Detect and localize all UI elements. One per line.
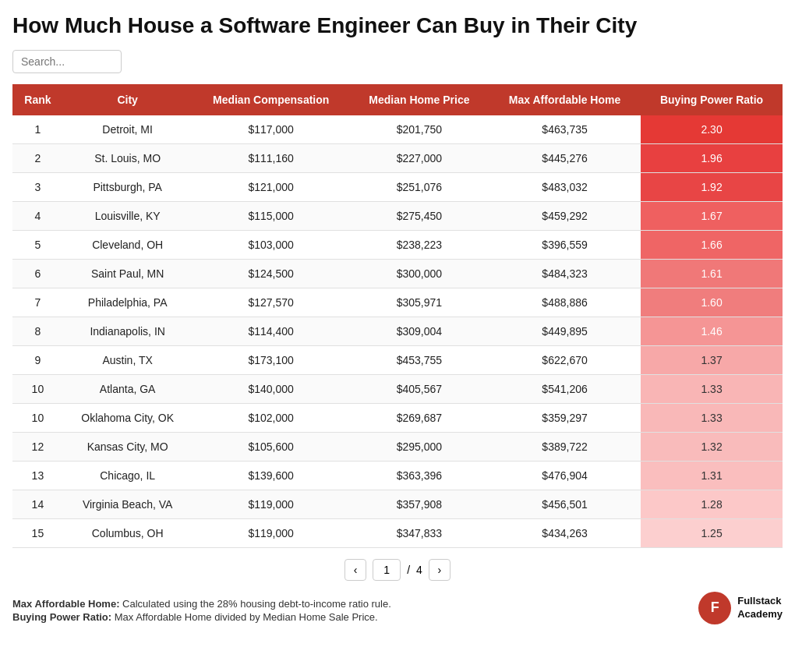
home-cell: $275,450: [350, 201, 489, 230]
comp-cell: $140,000: [193, 374, 350, 403]
pagination: ‹ / 4 ›: [12, 559, 783, 581]
city-cell: Cleveland, OH: [63, 230, 193, 259]
table-row: 10Oklahoma City, OK$102,000$269,687$359,…: [12, 403, 783, 432]
footer-text: Max Affordable Home: Calculated using th…: [12, 598, 391, 624]
comp-cell: $105,600: [193, 432, 350, 461]
comp-cell: $111,160: [193, 143, 350, 172]
table-row: 9Austin, TX$173,100$453,755$622,6701.37: [12, 345, 783, 374]
home-cell: $227,000: [350, 143, 489, 172]
home-cell: $238,223: [350, 230, 489, 259]
rank-cell: 12: [12, 432, 63, 461]
rank-cell: 3: [12, 172, 63, 201]
city-cell: Atlanta, GA: [63, 374, 193, 403]
home-cell: $405,567: [350, 374, 489, 403]
col-home: Median Home Price: [350, 84, 489, 115]
table-header: Rank City Median Compensation Median Hom…: [12, 84, 783, 115]
ratio-cell: 1.66: [641, 230, 783, 259]
city-cell: Virginia Beach, VA: [63, 490, 193, 518]
page-number-input[interactable]: [373, 559, 401, 581]
ratio-cell: 1.67: [641, 201, 783, 230]
max-cell: $396,559: [489, 230, 641, 259]
city-cell: Chicago, IL: [63, 461, 193, 490]
footer-note2: Buying Power Ratio: Max Affordable Home …: [12, 611, 391, 623]
comp-cell: $127,570: [193, 288, 350, 317]
home-cell: $347,833: [350, 518, 489, 547]
rank-cell: 15: [12, 518, 63, 547]
table-row: 6Saint Paul, MN$124,500$300,000$484,3231…: [12, 259, 783, 288]
comp-cell: $114,400: [193, 317, 350, 345]
ratio-cell: 1.61: [641, 259, 783, 288]
max-cell: $488,886: [489, 288, 641, 317]
table-row: 13Chicago, IL$139,600$363,396$476,9041.3…: [12, 461, 783, 490]
max-cell: $434,263: [489, 518, 641, 547]
table-row: 3Pittsburgh, PA$121,000$251,076$483,0321…: [12, 172, 783, 201]
page-title: How Much House a Software Engineer Can B…: [12, 12, 783, 39]
comp-cell: $139,600: [193, 461, 350, 490]
table-row: 1Detroit, MI$117,000$201,750$463,7352.30: [12, 115, 783, 144]
search-input[interactable]: [12, 50, 122, 73]
ratio-cell: 1.25: [641, 518, 783, 547]
home-cell: $251,076: [350, 172, 489, 201]
footer: Max Affordable Home: Calculated using th…: [12, 592, 783, 624]
home-cell: $309,004: [350, 317, 489, 345]
comp-cell: $121,000: [193, 172, 350, 201]
home-cell: $300,000: [350, 259, 489, 288]
footer-note1: Max Affordable Home: Calculated using th…: [12, 598, 391, 610]
rank-cell: 8: [12, 317, 63, 345]
city-cell: St. Louis, MO: [63, 143, 193, 172]
comp-cell: $119,000: [193, 518, 350, 547]
home-cell: $357,908: [350, 490, 489, 518]
rank-cell: 10: [12, 374, 63, 403]
ratio-cell: 1.92: [641, 172, 783, 201]
rank-cell: 7: [12, 288, 63, 317]
logo-text: Fullstack Academy: [737, 595, 783, 621]
city-cell: Columbus, OH: [63, 518, 193, 547]
logo-line1: Fullstack: [737, 595, 783, 608]
max-cell: $476,904: [489, 461, 641, 490]
prev-page-button[interactable]: ‹: [344, 559, 366, 581]
table-row: 8Indianapolis, IN$114,400$309,004$449,89…: [12, 317, 783, 345]
max-cell: $622,670: [489, 345, 641, 374]
comp-cell: $173,100: [193, 345, 350, 374]
rank-cell: 4: [12, 201, 63, 230]
rank-cell: 2: [12, 143, 63, 172]
table-row: 15Columbus, OH$119,000$347,833$434,2631.…: [12, 518, 783, 547]
comp-cell: $117,000: [193, 115, 350, 144]
table-row: 2St. Louis, MO$111,160$227,000$445,2761.…: [12, 143, 783, 172]
city-cell: Detroit, MI: [63, 115, 193, 144]
ratio-cell: 1.96: [641, 143, 783, 172]
max-cell: $483,032: [489, 172, 641, 201]
city-cell: Pittsburgh, PA: [63, 172, 193, 201]
next-page-button[interactable]: ›: [429, 559, 450, 581]
logo-line2: Academy: [737, 608, 783, 621]
table-row: 4Louisville, KY$115,000$275,450$459,2921…: [12, 201, 783, 230]
col-ratio: Buying Power Ratio: [641, 84, 783, 115]
logo-area: F Fullstack Academy: [698, 592, 783, 624]
rank-cell: 1: [12, 115, 63, 144]
ratio-cell: 1.33: [641, 403, 783, 432]
data-table: Rank City Median Compensation Median Hom…: [12, 84, 783, 548]
ratio-cell: 1.28: [641, 490, 783, 518]
comp-cell: $103,000: [193, 230, 350, 259]
max-cell: $456,501: [489, 490, 641, 518]
ratio-cell: 1.60: [641, 288, 783, 317]
rank-cell: 6: [12, 259, 63, 288]
max-cell: $463,735: [489, 115, 641, 144]
comp-cell: $119,000: [193, 490, 350, 518]
page-separator: /: [407, 564, 410, 576]
home-cell: $305,971: [350, 288, 489, 317]
city-cell: Austin, TX: [63, 345, 193, 374]
comp-cell: $124,500: [193, 259, 350, 288]
ratio-cell: 1.46: [641, 317, 783, 345]
col-city: City: [63, 84, 193, 115]
table-row: 12Kansas City, MO$105,600$295,000$389,72…: [12, 432, 783, 461]
col-rank: Rank: [12, 84, 63, 115]
footer-note1-label: Max Affordable Home:: [12, 598, 119, 610]
ratio-cell: 1.37: [641, 345, 783, 374]
max-cell: $459,292: [489, 201, 641, 230]
table-row: 7Philadelphia, PA$127,570$305,971$488,88…: [12, 288, 783, 317]
max-cell: $449,895: [489, 317, 641, 345]
home-cell: $295,000: [350, 432, 489, 461]
max-cell: $445,276: [489, 143, 641, 172]
max-cell: $484,323: [489, 259, 641, 288]
